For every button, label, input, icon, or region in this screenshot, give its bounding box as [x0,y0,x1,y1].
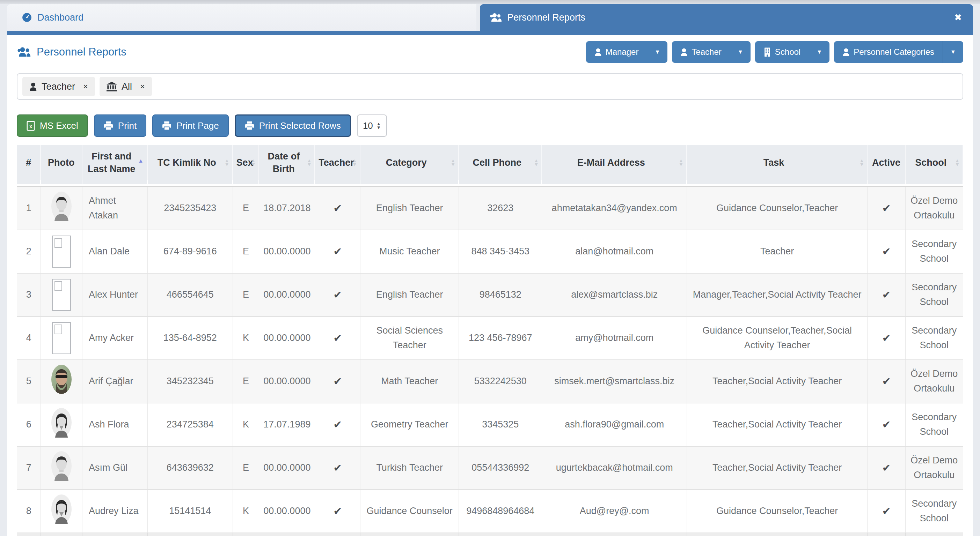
school-button[interactable]: School [755,41,809,63]
print-page-button[interactable]: Print Page [152,114,228,137]
sort-icon: ▲▼ [251,159,256,167]
profile-photo [51,364,72,399]
column-header-photo: Photo [41,145,83,180]
print-selected-rows-button[interactable]: Print Selected Rows [235,114,351,137]
row-number: 4 [17,317,41,360]
user-icon [680,48,688,57]
filter-tag-all-schools[interactable]: All × [100,77,152,96]
column-header-tc-kimlik[interactable]: TC Kimlik No ▲▼ [148,145,233,180]
active-check-icon: ✔ [867,317,905,360]
personnel-reports-page: Dashboard Personnel Reports ✖ [0,0,980,536]
phone-cell: 3345325 [459,403,542,446]
active-check-icon: ✔ [867,447,905,489]
column-header-category[interactable]: Category ▲▼ [360,145,459,180]
dob-cell: 17.07.1989 [259,403,315,446]
name-cell: Arif Çağlar [83,360,148,403]
page-size-stepper[interactable]: 10 ▲▼ [357,114,387,137]
sex-cell: E [233,447,259,489]
column-header-task[interactable]: Task ▲▼ [687,145,867,180]
teacher-button[interactable]: Teacher [672,41,730,63]
tab-dashboard[interactable]: Dashboard [7,4,476,31]
print-button[interactable]: Print [94,114,146,137]
dashboard-gauge-icon [22,12,32,23]
sort-icon: ▲▼ [307,159,312,167]
row-number: 7 [17,447,41,489]
teacher-dropdown-caret[interactable]: ▼ [730,41,751,63]
table-row[interactable]: 2 Alan Dale 674-89-9616 E 00.00.0000 ✔ M… [17,230,963,274]
broken-image-icon [52,236,71,268]
ms-excel-button[interactable]: x MS Excel [17,114,88,137]
email-cell: alan@hotmail.com [542,230,687,273]
manager-button[interactable]: Manager [586,41,648,63]
table-row[interactable]: 3 Alex Hunter 466554645 E 00.00.0000 ✔ E… [17,274,963,317]
personnel-categories-dropdown-caret[interactable]: ▼ [943,41,963,63]
remove-filter-icon[interactable]: × [140,82,145,92]
name-cell: Asım Gül [83,447,148,489]
column-header-email[interactable]: E-Mail Address ▲▼ [542,145,687,180]
column-header-sex[interactable]: Sex ▲▼ [233,145,259,180]
column-header-date-of-birth[interactable]: Date of Birth ▲▼ [259,145,315,180]
row-number: 8 [17,490,41,533]
name-cell: Alex Hunter [83,274,148,316]
task-cell: Guidance Counselor,Teacher [687,187,867,230]
school-cell: Secondary School [905,230,963,273]
personnel-table: # Photo First and Last Name ▲ TC Kimlik … [17,145,963,536]
teacher-check-icon: ✔ [315,317,360,360]
user-icon [594,48,602,57]
manager-dropdown-caret[interactable]: ▼ [647,41,667,63]
tc-cell: 466554645 [148,274,233,316]
printer-icon [104,121,113,130]
column-header-school[interactable]: School ▲▼ [905,145,963,180]
dob-cell: 00.00.0000 [259,317,315,360]
tc-cell: 234725384 [148,403,233,446]
category-cell: English Teacher [360,187,459,230]
filter-tag-teacher[interactable]: Teacher × [22,77,95,96]
user-icon [29,82,37,91]
table-row[interactable]: 4 Amy Acker 135-64-8952 K 00.00.0000 ✔ S… [17,317,963,360]
column-header-name[interactable]: First and Last Name ▲ [83,145,148,180]
name-cell: Amy Acker [83,317,148,360]
teacher-check-icon: ✔ [315,230,360,273]
toolbar: x MS Excel Print [17,114,963,137]
dob-cell: 00.00.0000 [259,490,315,533]
female-avatar [51,408,72,442]
teacher-check-icon: ✔ [315,403,360,446]
personnel-categories-button[interactable]: Personnel Categories [834,41,943,63]
teacher-check-icon: ✔ [315,490,360,533]
sort-icon: ▲▼ [859,159,864,167]
table-row[interactable]: 6 Ash Flor [17,403,963,447]
stepper-arrows-icon[interactable]: ▲▼ [377,122,381,130]
close-tab-icon[interactable]: ✖ [954,12,962,23]
table-row[interactable]: 8 Audrey L [17,490,963,533]
user-icon [842,48,850,57]
tab-dashboard-label: Dashboard [37,12,83,23]
dob-cell: 00.00.0000 [259,274,315,316]
tab-personnel-reports[interactable]: Personnel Reports ✖ [480,4,973,31]
teacher-check-icon: ✔ [315,274,360,316]
teacher-check-icon: ✔ [315,447,360,489]
tc-cell: 643639632 [148,447,233,489]
photo-cell [41,274,83,316]
remove-filter-icon[interactable]: × [83,82,88,92]
table-row[interactable]: 1 Ahmet Atakan 23 [17,187,963,230]
email-cell: alex@smartclass.biz [542,274,687,316]
table-row[interactable]: 7 Asım Gül 643639 [17,447,963,490]
name-cell: Ahmet Atakan [83,187,148,230]
school-dropdown-caret[interactable]: ▼ [809,41,829,63]
row-number: 2 [17,230,41,273]
active-check-icon: ✔ [867,490,905,533]
phone-cell: 123 456-78967 [459,317,542,360]
sex-cell: K [233,403,259,446]
column-header-teacher[interactable]: Teacher ▲▼ [315,145,360,180]
column-header-cell-phone[interactable]: Cell Phone ▲▼ [459,145,542,180]
table-row[interactable]: 5 [17,360,963,403]
email-cell: ugurtekbacak@hotmail.com [542,447,687,489]
dob-cell: 18.07.2018 [259,187,315,230]
active-check-icon: ✔ [867,360,905,403]
filter-tag-label: Teacher [41,81,75,92]
category-cell: Guidance Counselor [360,490,459,533]
window-top-strip [0,0,980,4]
manager-split-button: Manager ▼ [586,41,668,63]
email-cell: ash.flora90@gmail.com [542,403,687,446]
page-size-value: 10 [363,121,373,131]
